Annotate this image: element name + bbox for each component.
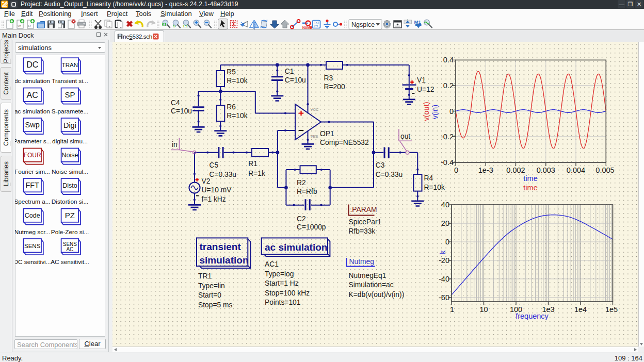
svg-text:C=10u: C=10u bbox=[285, 76, 306, 84]
svg-text:V2: V2 bbox=[202, 177, 211, 185]
svg-text:K=db(v(out)/v(in)): K=db(v(out)/v(in)) bbox=[349, 291, 405, 299]
svg-text:R=10k: R=10k bbox=[227, 77, 247, 85]
svg-text:VH: VH bbox=[18, 24, 21, 27]
svg-text:1e5: 1e5 bbox=[605, 305, 618, 314]
svg-text:0: 0 bbox=[449, 107, 454, 116]
svg-text:in: in bbox=[172, 141, 178, 149]
svg-text:AC sensitivit...: AC sensitivit... bbox=[51, 258, 89, 266]
svg-text:SENS: SENS bbox=[24, 243, 41, 249]
svg-text:R4: R4 bbox=[424, 174, 433, 182]
svg-text:Noise: Noise bbox=[61, 152, 78, 159]
svg-text:1e4: 1e4 bbox=[574, 305, 587, 314]
svg-text:DC: DC bbox=[26, 60, 38, 69]
svg-text:time: time bbox=[523, 184, 537, 192]
svg-text:AC: AC bbox=[27, 91, 38, 100]
svg-text:1:1: 1:1 bbox=[183, 24, 188, 28]
svg-text:-0.2: -0.2 bbox=[441, 133, 454, 141]
svg-text:C=0.33u: C=0.33u bbox=[210, 171, 237, 178]
svg-text:PZ: PZ bbox=[65, 211, 75, 220]
svg-text:Rfb=33k: Rfb=33k bbox=[349, 227, 376, 235]
svg-text:Transient si...: Transient si... bbox=[52, 77, 88, 85]
svg-text:0.4: 0.4 bbox=[443, 56, 454, 64]
svg-text:U=10 mV: U=10 mV bbox=[202, 186, 232, 194]
svg-text:C2: C2 bbox=[297, 215, 306, 223]
svg-text:U=12: U=12 bbox=[417, 86, 434, 93]
svg-text:S-paramete...: S-paramete... bbox=[52, 108, 88, 115]
svg-text:Type=lin: Type=lin bbox=[198, 282, 225, 290]
svg-text:Stop=100 kHz: Stop=100 kHz bbox=[265, 289, 310, 297]
svg-text:40: 40 bbox=[441, 201, 449, 209]
svg-text:R=Rfb: R=Rfb bbox=[297, 188, 317, 195]
svg-text:Start=1 Hz: Start=1 Hz bbox=[265, 279, 299, 287]
svg-text:FFT: FFT bbox=[25, 181, 39, 189]
svg-text:SpicePar1: SpicePar1 bbox=[349, 218, 382, 226]
svg-text:-40: -40 bbox=[439, 275, 449, 283]
svg-text:Fourier sim...: Fourier sim... bbox=[15, 168, 50, 175]
svg-text:-0.4: -0.4 bbox=[441, 158, 454, 167]
svg-text:TR1: TR1 bbox=[198, 272, 212, 280]
svg-text:Digi: Digi bbox=[63, 121, 76, 129]
svg-text:Comp=NE5532: Comp=NE5532 bbox=[320, 139, 369, 146]
svg-text:Spectrum a...: Spectrum a... bbox=[15, 198, 51, 205]
svg-text:C=1000p: C=1000p bbox=[297, 223, 326, 231]
svg-text:SY: SY bbox=[28, 24, 31, 27]
svg-text:1: 1 bbox=[450, 305, 454, 314]
svg-text:C4: C4 bbox=[171, 99, 180, 107]
svg-text:frequency: frequency bbox=[516, 312, 549, 320]
svg-text:out: out bbox=[400, 133, 410, 140]
svg-text:C3: C3 bbox=[376, 161, 385, 169]
svg-text:Disto: Disto bbox=[62, 182, 77, 189]
svg-text:20: 20 bbox=[441, 219, 449, 227]
svg-text:v(out): v(out) bbox=[422, 102, 430, 121]
svg-text:0.004: 0.004 bbox=[567, 166, 585, 174]
svg-text:VCC: VCC bbox=[311, 107, 319, 112]
svg-text:f=1 kHz: f=1 kHz bbox=[202, 195, 226, 203]
svg-text:v(in): v(in) bbox=[431, 105, 439, 119]
svg-text:0.005: 0.005 bbox=[595, 166, 614, 174]
svg-text:0.002: 0.002 bbox=[506, 166, 525, 174]
svg-text:Noise simul...: Noise simul... bbox=[52, 168, 88, 175]
svg-text:ac simulation: ac simulation bbox=[265, 242, 327, 253]
svg-text:Ngspice: Ngspice bbox=[351, 21, 375, 28]
svg-text:Nutmeg: Nutmeg bbox=[349, 258, 374, 266]
svg-text:.PARAM: .PARAM bbox=[350, 206, 377, 213]
svg-text:0: 0 bbox=[454, 166, 458, 174]
svg-text:simulation: simulation bbox=[200, 255, 249, 266]
svg-text:Swp: Swp bbox=[25, 121, 40, 129]
svg-text:Type=log: Type=log bbox=[265, 270, 294, 278]
svg-text:Pole-Zero si...: Pole-Zero si... bbox=[51, 228, 89, 236]
svg-text:R=200: R=200 bbox=[324, 83, 345, 91]
svg-text:time: time bbox=[523, 174, 537, 183]
svg-text:0: 0 bbox=[445, 238, 449, 246]
svg-text:AC: AC bbox=[66, 246, 73, 252]
svg-text:R1: R1 bbox=[248, 160, 257, 168]
svg-text:TRAN: TRAN bbox=[62, 62, 78, 68]
svg-text:C=10u: C=10u bbox=[171, 107, 192, 115]
svg-text:0.003: 0.003 bbox=[537, 166, 555, 174]
svg-text:dc simulation: dc simulation bbox=[15, 77, 50, 85]
svg-text:Distortion si...: Distortion si... bbox=[52, 198, 88, 205]
svg-text:y=f: y=f bbox=[314, 24, 318, 27]
svg-text:10: 10 bbox=[479, 305, 488, 314]
svg-text:FOUR: FOUR bbox=[24, 152, 41, 159]
svg-text:R=10k: R=10k bbox=[424, 184, 445, 191]
svg-text:ac simulation: ac simulation bbox=[15, 108, 50, 115]
svg-text:Stop=5 ms: Stop=5 ms bbox=[198, 301, 232, 309]
svg-text:DC sensitivi...: DC sensitivi... bbox=[15, 258, 51, 266]
svg-text:V1: V1 bbox=[417, 76, 426, 84]
svg-text:R6: R6 bbox=[227, 103, 236, 111]
svg-text:R=10k: R=10k bbox=[227, 112, 247, 120]
svg-text:R5: R5 bbox=[227, 68, 236, 76]
svg-text:1e-3: 1e-3 bbox=[478, 166, 493, 174]
svg-text:C1: C1 bbox=[285, 68, 294, 75]
svg-text:Simulation=ac: Simulation=ac bbox=[349, 281, 394, 289]
svg-text:C5: C5 bbox=[210, 161, 219, 169]
svg-text:VEE: VEE bbox=[311, 134, 318, 139]
svg-text:SP: SP bbox=[65, 90, 75, 99]
svg-text:Parameter s...: Parameter s... bbox=[15, 138, 52, 145]
svg-text:R=1k: R=1k bbox=[248, 170, 265, 177]
svg-text:Code: Code bbox=[25, 212, 40, 219]
svg-text:R3: R3 bbox=[324, 74, 333, 82]
svg-text:NutmegEq1: NutmegEq1 bbox=[349, 272, 387, 279]
svg-text:OP1: OP1 bbox=[320, 130, 334, 138]
